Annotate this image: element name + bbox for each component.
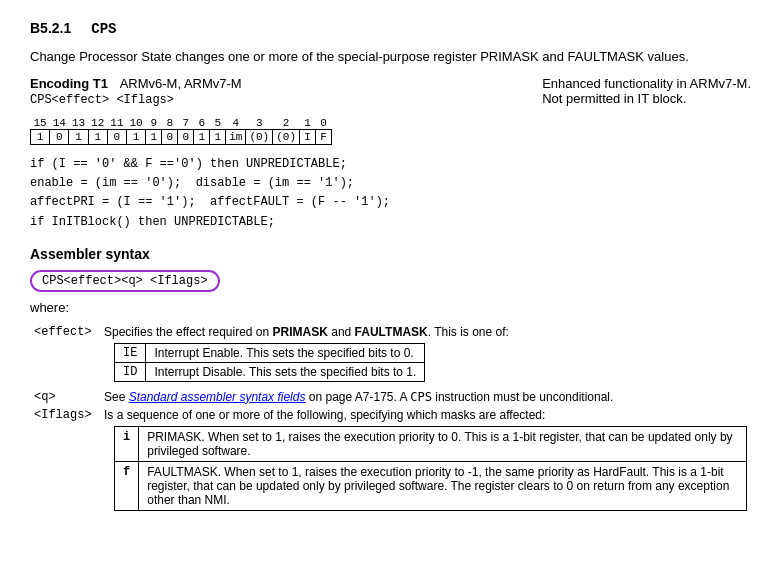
section-title: CPS xyxy=(91,21,116,37)
enhanced-text: Enhanced functionality in ARMv7-M. xyxy=(542,76,751,91)
flag-row-f: f FAULTMASK. When set to 1, raises the e… xyxy=(115,461,747,510)
bit-values-row: 1 0 1 1 0 1 1 0 0 1 1 im (0) (0) I F xyxy=(31,130,332,145)
param-row-q: <q> See Standard assembler syntax fields… xyxy=(30,388,751,406)
encoding-left: Encoding T1 ARMv6-M, ARMv7-M CPS<effect>… xyxy=(30,76,242,107)
params-table: <effect> Specifies the effect required o… xyxy=(30,323,751,517)
iflags-subtable: i PRIMASK. When set to 1, raises the exe… xyxy=(114,426,747,511)
code-line-4: if InITBlock() then UNPREDICTABLE; xyxy=(30,213,751,232)
flag-i-desc: PRIMASK. When set to 1, raises the execu… xyxy=(139,426,747,461)
code-line-2: enable = (im == '0'); disable = (im == '… xyxy=(30,174,751,193)
code-line-3: affectPRI = (I == '1'); affectFAULT = (F… xyxy=(30,193,751,212)
where-label: where: xyxy=(30,300,751,315)
param-row-iflags: <Iflags> Is a sequence of one or more of… xyxy=(30,406,751,517)
encoding-syntax: CPS<effect> <Iflags> xyxy=(30,93,242,107)
effect-row-ie: IE Interrupt Enable. This sets the speci… xyxy=(115,343,425,362)
encoding-right: Enhanced functionality in ARMv7-M. Not p… xyxy=(542,76,751,106)
code-block: if (I == '0' && F =='0') then UNPREDICTA… xyxy=(30,155,751,232)
description: Change Processor State changes one or mo… xyxy=(30,49,751,64)
param-desc-q: See Standard assembler syntax fields on … xyxy=(100,388,751,406)
assembler-syntax-box: CPS<effect><q> <Iflags> xyxy=(30,270,220,292)
encoding-arch: ARMv6-M, ARMv7-M xyxy=(120,76,242,91)
param-name-effect: <effect> xyxy=(30,323,100,388)
ie-desc: Interrupt Enable. This sets the specifie… xyxy=(146,343,425,362)
bit-encoding-table: 15 14 13 12 11 10 9 8 7 6 5 4 3 2 1 0 1 … xyxy=(30,117,332,145)
ie-code: IE xyxy=(115,343,146,362)
param-desc-iflags: Is a sequence of one or more of the foll… xyxy=(100,406,751,517)
effect-row-id: ID Interrupt Disable. This sets the spec… xyxy=(115,362,425,381)
flag-i-code: i xyxy=(115,426,139,461)
param-name-q: <q> xyxy=(30,388,100,406)
assembler-header: Assembler syntax xyxy=(30,246,751,262)
param-row-effect: <effect> Specifies the effect required o… xyxy=(30,323,751,388)
id-code: ID xyxy=(115,362,146,381)
not-permitted-text: Not permitted in IT block. xyxy=(542,91,751,106)
id-desc: Interrupt Disable. This sets the specifi… xyxy=(146,362,425,381)
param-name-iflags: <Iflags> xyxy=(30,406,100,517)
code-line-1: if (I == '0' && F =='0') then UNPREDICTA… xyxy=(30,155,751,174)
effect-subtable: IE Interrupt Enable. This sets the speci… xyxy=(114,343,425,382)
encoding-label: Encoding T1 xyxy=(30,76,108,91)
flag-row-i: i PRIMASK. When set to 1, raises the exe… xyxy=(115,426,747,461)
section-header: B5.2.1 CPS xyxy=(30,20,751,37)
section-number: B5.2.1 xyxy=(30,20,71,36)
flag-f-desc: FAULTMASK. When set to 1, raises the exe… xyxy=(139,461,747,510)
encoding-block: Encoding T1 ARMv6-M, ARMv7-M CPS<effect>… xyxy=(30,76,751,107)
flag-f-code: f xyxy=(115,461,139,510)
param-desc-effect: Specifies the effect required on PRIMASK… xyxy=(100,323,751,388)
syntax-fields-link[interactable]: Standard assembler syntax fields xyxy=(129,390,306,404)
bit-numbers-row: 15 14 13 12 11 10 9 8 7 6 5 4 3 2 1 0 xyxy=(31,117,332,130)
